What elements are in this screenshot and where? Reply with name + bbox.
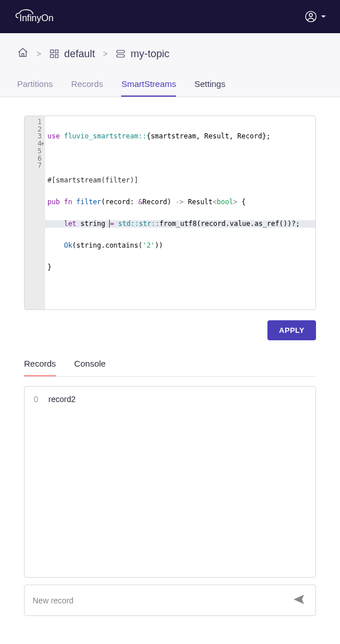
breadcrumb-separator: >	[37, 49, 41, 58]
svg-rect-4	[55, 50, 58, 53]
svg-rect-7	[117, 50, 125, 53]
tab-records[interactable]: Records	[71, 79, 103, 97]
tab-settings[interactable]: Settings	[194, 79, 225, 97]
record-value: record2	[49, 395, 75, 404]
breadcrumb-separator: >	[103, 49, 107, 58]
code-gutter: 1 2 3 4▼ 5 6 7	[25, 116, 45, 309]
chevron-down-icon	[321, 14, 326, 19]
code-line: pub fn filter(record: &Record) -> Result…	[45, 198, 315, 206]
svg-text:InfinyOn: InfinyOn	[19, 13, 54, 23]
app-header: InfinyOn	[0, 0, 340, 33]
code-line	[45, 155, 315, 162]
new-record-input[interactable]	[33, 596, 290, 605]
page-content: > default > my-topic Partitions Records …	[0, 33, 340, 97]
user-menu[interactable]	[305, 10, 326, 23]
breadcrumb-topic-label: my-topic	[130, 48, 169, 60]
breadcrumb-topic[interactable]: my-topic	[115, 48, 169, 60]
record-row: 0 record2	[34, 395, 306, 404]
code-line: use fluvio_smartstream::{smartstream, Re…	[45, 133, 315, 140]
record-index: 0	[34, 395, 38, 404]
sub-tab-records[interactable]: Records	[24, 359, 56, 376]
records-box: 0 record2	[24, 386, 316, 578]
breadcrumb-cluster[interactable]: default	[49, 48, 95, 60]
main-tabs: Partitions Records SmartStreams Settings	[0, 79, 340, 97]
code-line-active: let string = std::str::from_utf8(record.…	[45, 220, 315, 228]
code-line: #[smartstream(filter)]	[45, 177, 315, 184]
send-icon	[293, 593, 305, 606]
tab-partitions[interactable]: Partitions	[17, 79, 53, 97]
svg-rect-6	[55, 55, 58, 58]
sub-tab-console[interactable]: Console	[74, 359, 106, 376]
user-icon	[305, 10, 317, 23]
code-line: Ok(string.contains('2'))	[45, 242, 315, 249]
svg-rect-8	[117, 55, 125, 58]
svg-point-2	[309, 14, 313, 17]
new-record-row	[24, 585, 316, 616]
logo-icon: InfinyOn	[14, 7, 59, 26]
apply-row: APPLY	[24, 320, 316, 340]
breadcrumb: > default > my-topic	[17, 47, 323, 61]
code-content[interactable]: use fluvio_smartstream::{smartstream, Re…	[45, 116, 315, 309]
logo: InfinyOn	[14, 7, 59, 26]
svg-rect-3	[50, 50, 53, 53]
main-area: 1 2 3 4▼ 5 6 7 use fluvio_smartstream::{…	[0, 97, 340, 627]
code-editor[interactable]: 1 2 3 4▼ 5 6 7 use fluvio_smartstream::{…	[24, 116, 316, 310]
sub-tabs: Records Console	[24, 359, 316, 377]
send-button[interactable]	[290, 591, 307, 610]
tab-smartstreams[interactable]: SmartStreams	[121, 79, 176, 97]
topic-icon	[115, 49, 126, 59]
grid-icon	[49, 49, 59, 59]
code-line: }	[45, 264, 315, 271]
apply-button[interactable]: APPLY	[267, 320, 316, 340]
breadcrumb-cluster-label: default	[64, 48, 95, 60]
svg-rect-5	[50, 55, 53, 58]
home-icon[interactable]	[17, 47, 29, 61]
